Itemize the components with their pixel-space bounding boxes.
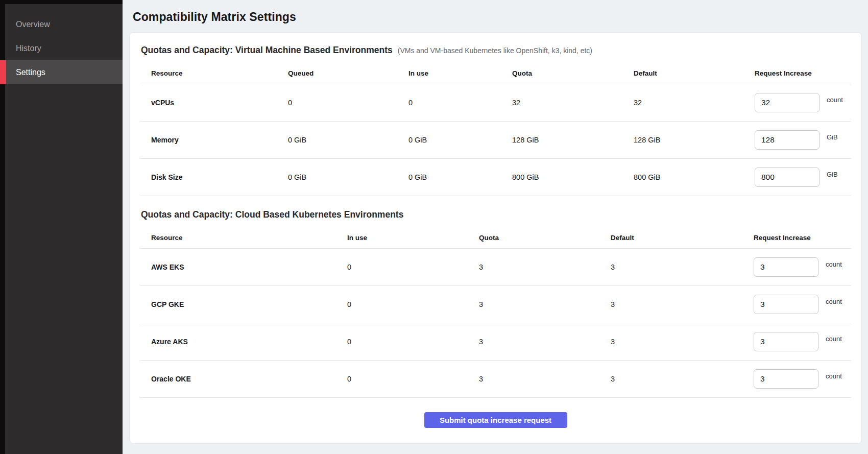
aws-eks-request-input[interactable]	[754, 257, 818, 277]
unit-label: GiB	[827, 171, 838, 178]
vm-section-title: Quotas and Capacity: Virtual Machine Bas…	[141, 45, 393, 56]
gcp-gke-request-input[interactable]	[754, 295, 818, 314]
in-use-value: 0	[408, 99, 512, 107]
request-increase-cell: GiB	[755, 130, 851, 150]
column-header-default: Default	[634, 69, 755, 77]
column-header-quota: Quota	[512, 69, 634, 77]
unit-label: count	[826, 260, 842, 268]
sidebar-item-label: Settings	[16, 68, 45, 77]
table-row-azure-aks: Azure AKS 0 3 3 count	[140, 323, 851, 361]
in-use-value: 0	[347, 300, 479, 308]
sidebar-item-settings[interactable]: Settings	[0, 60, 123, 84]
column-header-request-increase: Request Increase	[754, 234, 851, 242]
vm-quota-table: Resource Queued In use Quota Default Req…	[140, 63, 851, 196]
resource-name: Memory	[151, 136, 288, 144]
column-header-default: Default	[611, 234, 754, 242]
azure-aks-request-input[interactable]	[754, 332, 818, 351]
request-increase-cell: count	[754, 369, 851, 389]
sidebar-item-label: Overview	[16, 20, 50, 29]
cloud-quota-table: Resource In use Quota Default Request In…	[140, 227, 851, 398]
default-value: 3	[611, 263, 754, 271]
sidebar-item-overview[interactable]: Overview	[0, 12, 123, 36]
page-title: Compatibility Matrix Settings	[133, 10, 862, 24]
resource-name: vCPUs	[151, 99, 288, 107]
settings-card: Quotas and Capacity: Virtual Machine Bas…	[129, 32, 862, 444]
resource-name: Azure AKS	[151, 338, 347, 346]
vm-table-header-row: Resource Queued In use Quota Default Req…	[140, 63, 851, 84]
resource-name: Oracle OKE	[151, 375, 347, 383]
card-footer: Submit quota increase request	[140, 398, 851, 435]
quota-value: 128 GiB	[512, 136, 634, 144]
in-use-value: 0 GiB	[408, 173, 512, 181]
vm-section-subtitle: (VMs and VM-based Kubernetes like OpenSh…	[398, 46, 592, 55]
table-row-disk-size: Disk Size 0 GiB 0 GiB 800 GiB 800 GiB Gi…	[140, 159, 851, 196]
unit-label: GiB	[827, 133, 838, 141]
cloud-section-title: Quotas and Capacity: Cloud Based Kuberne…	[141, 209, 403, 220]
memory-request-input[interactable]	[755, 130, 819, 150]
resource-name: AWS EKS	[151, 263, 347, 271]
column-header-in-use: In use	[347, 234, 479, 242]
unit-label: count	[826, 372, 842, 380]
default-value: 32	[634, 99, 755, 107]
in-use-value: 0	[347, 375, 479, 383]
unit-label: count	[827, 96, 843, 104]
queued-value: 0 GiB	[288, 136, 408, 144]
table-row-memory: Memory 0 GiB 0 GiB 128 GiB 128 GiB GiB	[140, 122, 851, 159]
resource-name: Disk Size	[151, 173, 288, 181]
column-header-resource: Resource	[151, 234, 347, 242]
request-increase-cell: count	[754, 295, 851, 314]
column-header-in-use: In use	[408, 69, 512, 77]
vcpus-request-input[interactable]	[755, 93, 819, 112]
unit-label: count	[826, 298, 842, 305]
quota-value: 3	[479, 300, 611, 308]
active-indicator-bar	[0, 60, 6, 84]
default-value: 3	[611, 375, 754, 383]
column-header-queued: Queued	[288, 69, 408, 77]
in-use-value: 0 GiB	[408, 136, 512, 144]
quota-value: 32	[512, 99, 634, 107]
request-increase-cell: count	[755, 93, 851, 112]
resource-name: GCP GKE	[151, 300, 347, 308]
request-increase-cell: count	[754, 332, 851, 351]
queued-value: 0 GiB	[288, 173, 408, 181]
quota-value: 3	[479, 263, 611, 271]
table-row-oracle-oke: Oracle OKE 0 3 3 count	[140, 361, 851, 398]
vm-section-header: Quotas and Capacity: Virtual Machine Bas…	[141, 45, 851, 56]
default-value: 3	[611, 300, 754, 308]
default-value: 800 GiB	[634, 173, 755, 181]
table-row-vcpus: vCPUs 0 0 32 32 count	[140, 84, 851, 122]
main-content: Compatibility Matrix Settings Quotas and…	[123, 0, 868, 454]
column-header-resource: Resource	[151, 69, 288, 77]
default-value: 3	[611, 338, 754, 346]
table-row-aws-eks: AWS EKS 0 3 3 count	[140, 249, 851, 286]
oracle-oke-request-input[interactable]	[754, 369, 818, 389]
sidebar: Overview History Settings	[0, 0, 123, 454]
request-increase-cell: GiB	[755, 168, 851, 187]
column-header-request-increase: Request Increase	[755, 69, 851, 77]
unit-label: count	[826, 335, 842, 343]
column-header-quota: Quota	[479, 234, 611, 242]
cloud-table-header-row: Resource In use Quota Default Request In…	[140, 227, 851, 249]
request-increase-cell: count	[754, 257, 851, 277]
in-use-value: 0	[347, 338, 479, 346]
sidebar-nav: Overview History Settings	[0, 4, 123, 84]
table-row-gcp-gke: GCP GKE 0 3 3 count	[140, 286, 851, 323]
default-value: 128 GiB	[634, 136, 755, 144]
sidebar-item-label: History	[16, 44, 41, 53]
sidebar-item-history[interactable]: History	[0, 36, 123, 60]
disk-size-request-input[interactable]	[755, 168, 819, 187]
quota-value: 3	[479, 375, 611, 383]
cloud-section-header: Quotas and Capacity: Cloud Based Kuberne…	[141, 209, 851, 220]
quota-value: 3	[479, 338, 611, 346]
queued-value: 0	[288, 99, 408, 107]
submit-quota-increase-button[interactable]: Submit quota increase request	[424, 412, 567, 428]
in-use-value: 0	[347, 263, 479, 271]
quota-value: 800 GiB	[512, 173, 634, 181]
